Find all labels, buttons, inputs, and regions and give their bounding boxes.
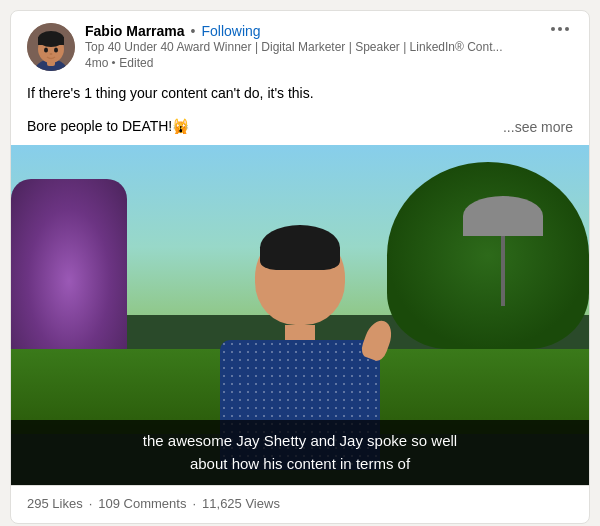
- author-name-row: Fabio Marrama • Following: [85, 23, 503, 39]
- post-age: 4mo: [85, 56, 108, 70]
- subtitle-line1: the awesome Jay Shetty and Jay spoke so …: [143, 432, 457, 449]
- dot-separator: •: [191, 23, 196, 39]
- author-meta: 4mo Edited: [85, 56, 503, 70]
- post-line2: Bore people to DEATH!🙀: [27, 116, 189, 137]
- subtitle-text: the awesome Jay Shetty and Jay spoke so …: [31, 430, 569, 475]
- video-container[interactable]: the awesome Jay Shetty and Jay spoke so …: [11, 145, 589, 485]
- author-title: Top 40 Under 40 Award Winner | Digital M…: [85, 39, 503, 56]
- three-dots-icon: [551, 27, 569, 31]
- umbrella-pole: [501, 236, 505, 306]
- edited-label: Edited: [119, 56, 153, 70]
- video-background: the awesome Jay Shetty and Jay spoke so …: [11, 145, 589, 485]
- author-section: Fabio Marrama • Following Top 40 Under 4…: [27, 23, 503, 71]
- meta-dot: [112, 61, 115, 64]
- umbrella: [463, 196, 543, 296]
- person-neck: [285, 325, 315, 340]
- see-more-button[interactable]: ...see more: [503, 119, 573, 135]
- separator2: ·: [192, 496, 196, 511]
- likes-count[interactable]: 295 Likes: [27, 496, 83, 511]
- following-label[interactable]: Following: [202, 23, 261, 39]
- subtitle-bar: the awesome Jay Shetty and Jay spoke so …: [11, 420, 589, 485]
- svg-point-6: [44, 48, 48, 53]
- post-header: Fabio Marrama • Following Top 40 Under 4…: [11, 11, 589, 79]
- svg-point-8: [50, 53, 53, 55]
- more-options-button[interactable]: [547, 23, 573, 35]
- svg-rect-5: [38, 37, 64, 45]
- views-count: 11,625 Views: [202, 496, 280, 511]
- post-line1: If there's 1 thing your content can't do…: [27, 83, 573, 104]
- person-hand: [359, 317, 396, 363]
- post-text-row2: Bore people to DEATH!🙀 ...see more: [11, 116, 589, 145]
- post-text-section: If there's 1 thing your content can't do…: [11, 79, 589, 116]
- umbrella-top: [463, 196, 543, 236]
- author-info: Fabio Marrama • Following Top 40 Under 4…: [85, 23, 503, 70]
- author-name[interactable]: Fabio Marrama: [85, 23, 185, 39]
- subtitle-line2: about how his content in terms of: [190, 455, 410, 472]
- separator1: ·: [89, 496, 93, 511]
- linkedin-post-card: Fabio Marrama • Following Top 40 Under 4…: [10, 10, 590, 524]
- person-head: [255, 230, 345, 325]
- person-hair: [260, 225, 340, 270]
- comments-count[interactable]: 109 Comments: [98, 496, 186, 511]
- avatar[interactable]: [27, 23, 75, 71]
- engagement-stats: 295 Likes · 109 Comments · 11,625 Views: [27, 496, 573, 511]
- card-footer: 295 Likes · 109 Comments · 11,625 Views: [11, 485, 589, 523]
- svg-point-7: [54, 48, 58, 53]
